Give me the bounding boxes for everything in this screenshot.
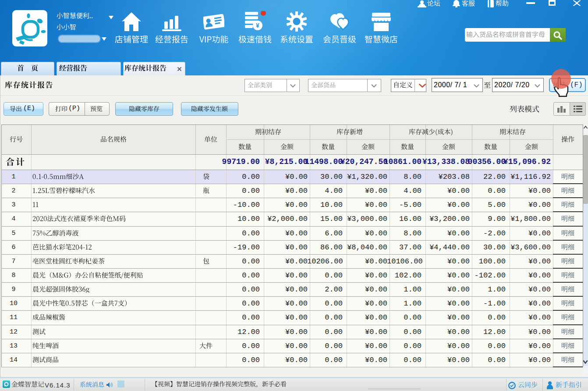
svg-text:¥: ¥ xyxy=(256,22,259,29)
